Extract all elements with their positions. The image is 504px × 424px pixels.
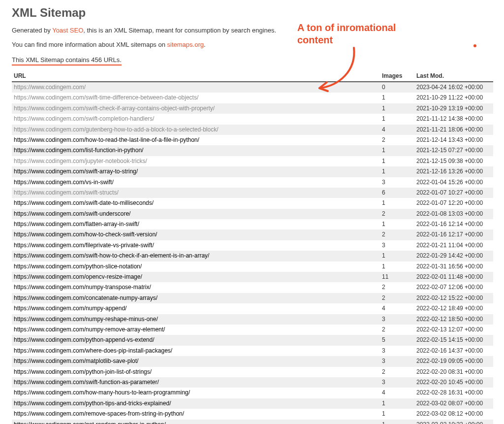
table-row: https://www.codingem.com/swift-completio…: [12, 114, 493, 124]
lastmod-cell: 2021-10-29 11:22 +00:00: [414, 93, 493, 103]
sitemap-table: URL Images Last Mod. https://www.codinge…: [12, 70, 493, 424]
header-url: URL: [12, 70, 380, 82]
url-link[interactable]: https://www.codingem.com/swift-function-…: [14, 379, 159, 386]
images-cell: 1: [380, 145, 414, 156]
lastmod-cell: 2022-02-19 09:05 +00:00: [414, 356, 493, 366]
url-cell: https://www.codingem.com/get-random-numb…: [12, 420, 380, 424]
lastmod-cell: 2022-01-21 11:04 +00:00: [414, 240, 493, 251]
images-cell: 3: [380, 356, 414, 366]
table-row: https://www.codingem.com/swift-array-to-…: [12, 166, 493, 177]
page-title: XML Sitemap: [12, 6, 492, 20]
url-link[interactable]: https://www.codingem.com/numpy-reshape-m…: [14, 316, 158, 323]
url-link[interactable]: https://www.codingem.com/fileprivate-vs-…: [14, 242, 154, 249]
table-row: https://www.codingem.com/how-many-hours-…: [12, 388, 493, 398]
intro2-pre: You can find more information about XML …: [12, 41, 167, 48]
url-link[interactable]: https://www.codingem.com/list-function-i…: [14, 147, 143, 154]
url-link[interactable]: https://www.codingem.com/how-to-read-the…: [14, 136, 199, 143]
images-cell: 5: [380, 335, 414, 345]
url-link[interactable]: https://www.codingem.com/vs-in-swift/: [14, 179, 114, 186]
url-link[interactable]: https://www.codingem.com/python-slice-no…: [14, 263, 142, 270]
url-link[interactable]: https://www.codingem.com/jupyter-noteboo…: [14, 158, 147, 164]
url-link[interactable]: https://www.codingem.com/get-random-numb…: [14, 421, 166, 424]
images-cell: 0: [380, 82, 414, 93]
yoast-seo-link[interactable]: Yoast SEO: [52, 27, 83, 34]
lastmod-cell: 2022-02-16 14:37 +00:00: [414, 346, 493, 356]
intro-line-2: You can find more information about XML …: [12, 41, 492, 48]
url-link[interactable]: https://www.codingem.com/opencv-resize-i…: [14, 273, 142, 280]
table-row: https://www.codingem.com/numpy-append/42…: [12, 303, 493, 314]
url-link[interactable]: https://www.codingem.com/swift-array-to-…: [14, 168, 138, 175]
url-link[interactable]: https://www.codingem.com/numpy-append/: [14, 305, 126, 312]
lastmod-cell: 2021-12-16 13:26 +00:00: [414, 166, 493, 177]
images-cell: 1: [380, 114, 414, 124]
lastmod-cell: 2021-11-12 14:38 +00:00: [414, 114, 493, 124]
url-cell: https://www.codingem.com/swift-date-to-m…: [12, 198, 380, 208]
url-link[interactable]: https://www.codingem.com/matplotlib-save…: [14, 358, 138, 364]
url-link[interactable]: https://www.codingem.com/swift-underscor…: [14, 210, 130, 217]
url-link[interactable]: https://www.codingem.com/how-to-check-sw…: [14, 231, 157, 238]
lastmod-cell: 2022-02-15 14:15 +00:00: [414, 335, 493, 345]
images-cell: 2: [380, 293, 414, 303]
table-header-row: URL Images Last Mod.: [12, 70, 493, 82]
url-link[interactable]: https://www.codingem.com/concatenate-num…: [14, 294, 158, 301]
url-link[interactable]: https://www.codingem.com/swift-how-to-ch…: [14, 252, 209, 259]
images-cell: 2: [380, 229, 414, 240]
lastmod-cell: 2022-02-12 18:49 +00:00: [414, 303, 493, 314]
lastmod-cell: 2022-01-07 10:27 +00:00: [414, 188, 493, 198]
url-link[interactable]: https://www.codingem.com/swift-time-diff…: [14, 94, 198, 101]
url-link[interactable]: https://www.codingem.com/swift-date-to-m…: [14, 199, 154, 206]
url-link[interactable]: https://www.codingem.com/remove-spaces-f…: [14, 410, 184, 417]
url-link[interactable]: https://www.codingem.com/: [14, 84, 86, 91]
images-cell: 11: [380, 272, 414, 282]
url-link[interactable]: https://www.codingem.com/python-append-v…: [14, 336, 154, 343]
url-link[interactable]: https://www.codingem.com/swift-check-if-…: [14, 105, 215, 112]
table-row: https://www.codingem.com/python-join-lis…: [12, 367, 493, 377]
lastmod-cell: 2021-12-14 13:43 +00:00: [414, 135, 493, 145]
url-cell: https://www.codingem.com/swift-structs/: [12, 188, 380, 198]
lastmod-cell: 2022-02-28 16:31 +00:00: [414, 388, 493, 398]
url-link[interactable]: https://www.codingem.com/python-tips-and…: [14, 400, 171, 407]
url-cell: https://www.codingem.com/fileprivate-vs-…: [12, 240, 380, 251]
url-link[interactable]: https://www.codingem.com/how-many-hours-…: [14, 389, 190, 396]
url-link[interactable]: https://www.codingem.com/python-join-lis…: [14, 368, 152, 375]
url-cell: https://www.codingem.com/where-does-pip-…: [12, 346, 380, 356]
url-cell: https://www.codingem.com/numpy-append/: [12, 303, 380, 314]
table-row: https://www.codingem.com/concatenate-num…: [12, 293, 493, 303]
url-cell: https://www.codingem.com/how-many-hours-…: [12, 388, 380, 398]
url-cell: https://www.codingem.com/flatten-array-i…: [12, 219, 380, 229]
url-cell: https://www.codingem.com/swift-time-diff…: [12, 93, 380, 103]
images-cell: 4: [380, 125, 414, 135]
table-row: https://www.codingem.com/python-slice-no…: [12, 261, 493, 272]
table-row: https://www.codingem.com/swift-date-to-m…: [12, 198, 493, 208]
table-row: https://www.codingem.com/02023-04-24 16:…: [12, 82, 493, 93]
images-cell: 2: [380, 209, 414, 219]
url-link[interactable]: https://www.codingem.com/gutenberg-how-t…: [14, 126, 219, 133]
images-cell: 2: [380, 135, 414, 145]
lastmod-cell: 2022-02-12 15:22 +00:00: [414, 293, 493, 303]
url-cell: https://www.codingem.com/swift-array-to-…: [12, 166, 380, 177]
table-row: https://www.codingem.com/fileprivate-vs-…: [12, 240, 493, 251]
table-row: https://www.codingem.com/matplotlib-save…: [12, 356, 493, 366]
images-cell: 3: [380, 240, 414, 251]
intro1-pre: Generated by: [12, 27, 52, 34]
table-row: https://www.codingem.com/python-tips-and…: [12, 398, 493, 409]
lastmod-cell: 2022-03-02 08:07 +00:00: [414, 398, 493, 409]
url-link[interactable]: https://www.codingem.com/swift-completio…: [14, 115, 154, 122]
lastmod-cell: 2022-01-31 16:56 +00:00: [414, 261, 493, 272]
url-link[interactable]: https://www.codingem.com/numpy-transpose…: [14, 284, 151, 291]
images-cell: 1: [380, 420, 414, 424]
url-count-line: This XML Sitemap contains 456 URLs.: [12, 56, 122, 65]
url-link[interactable]: https://www.codingem.com/flatten-array-i…: [14, 221, 139, 228]
images-cell: 3: [380, 177, 414, 188]
lastmod-cell: 2021-12-15 09:38 +00:00: [414, 156, 493, 166]
annotation-dot-icon: [473, 44, 476, 47]
url-link[interactable]: https://www.codingem.com/where-does-pip-…: [14, 347, 172, 354]
images-cell: 3: [380, 377, 414, 388]
url-cell: https://www.codingem.com/: [12, 82, 380, 93]
lastmod-cell: 2022-02-13 12:07 +00:00: [414, 325, 493, 335]
table-row: https://www.codingem.com/where-does-pip-…: [12, 346, 493, 356]
table-row: https://www.codingem.com/swift-structs/6…: [12, 188, 493, 198]
url-link[interactable]: https://www.codingem.com/numpy-remove-ar…: [14, 326, 165, 333]
sitemaps-org-link[interactable]: sitemaps.org: [167, 41, 204, 48]
url-link[interactable]: https://www.codingem.com/swift-structs/: [14, 189, 119, 196]
